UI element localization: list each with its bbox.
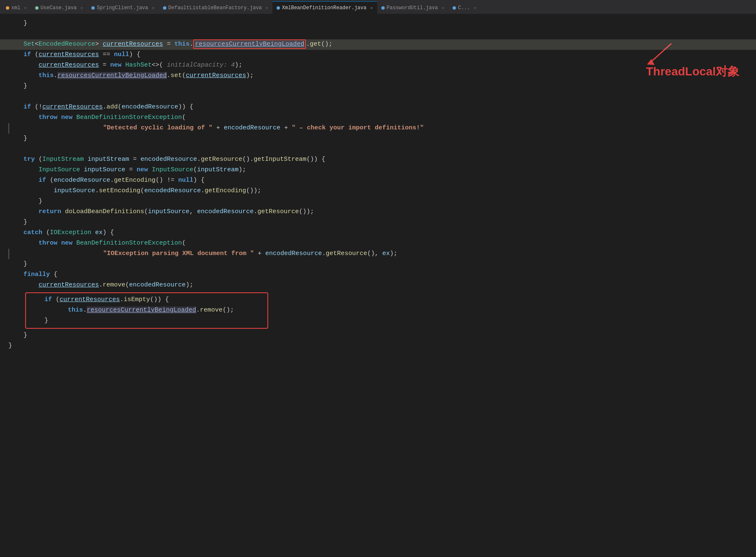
code-line-if-add: if (!currentResources.add(encodedResourc…	[0, 102, 756, 113]
code-line-close-if-isempty: }	[29, 316, 262, 326]
tab-usecase-close[interactable]: ✕	[80, 5, 83, 10]
code-text-set: Set<EncodedResource> currentResources = …	[8, 39, 332, 49]
code-line-close-if-null: }	[0, 81, 756, 92]
code-line-if-null: if (currentResources == null) {	[0, 50, 756, 60]
tab-usecase[interactable]: UseCase.java ✕	[31, 1, 87, 14]
code-line-close-method: }	[0, 341, 756, 351]
code-line-set: Set<EncodedResource> currentResources = …	[0, 39, 756, 50]
tab-xmlbeandefinitionreader-close[interactable]: ✕	[370, 5, 373, 10]
tab-xml-label: xml	[11, 5, 21, 11]
empty-line-2	[0, 92, 756, 102]
code-line-set-loaded: this.resourcesCurrentlyBeingLoaded.set(c…	[0, 71, 756, 81]
tab-xmlbeandefinitionreader-label: XmlBeanDefinitionReader.java	[282, 5, 367, 11]
code-line-if-encoding: if (encodedResource.getEncoding() != nul…	[0, 175, 756, 186]
tab-more[interactable]: C... ✕	[448, 1, 481, 14]
tab-defaultlistable-close[interactable]: ✕	[266, 5, 268, 10]
tab-xmlbeandefinitionreader[interactable]: XmlBeanDefinitionReader.java ✕	[272, 1, 377, 14]
code-line-close-try: }	[0, 217, 756, 228]
code-line-throw2: throw new BeanDefinitionStoreException(	[0, 238, 756, 249]
code-line-setencoding: inputSource.setEncoding(encodedResource.…	[0, 186, 756, 196]
tab-defaultlistable[interactable]: DefaultListableBeanFactory.java ✕	[159, 1, 272, 14]
code-line-try: try (InputStream inputStream = encodedRe…	[0, 155, 756, 165]
tab-passwordutil-label: PasswordUtil.java	[387, 5, 438, 11]
code-line-close-catch: }	[0, 259, 756, 270]
tab-bar: xml ✕ UseCase.java ✕ SpringClient.java ✕…	[0, 0, 756, 14]
code-line-remove: currentResources.remove(encodedResource)…	[0, 280, 756, 291]
code-line-inputsource: InputSource inputSource = new InputSourc…	[0, 165, 756, 175]
tab-springclient-close[interactable]: ✕	[152, 5, 155, 10]
empty-line-1	[0, 29, 756, 39]
code-line-return: return doLoadBeanDefinitions(inputSource…	[0, 207, 756, 217]
tab-xml-close[interactable]: ✕	[24, 5, 27, 10]
code-line-close-finally: }	[0, 330, 756, 341]
code-area: ThreadLocal对象 } Set<EncodedResource> cur…	[0, 14, 756, 557]
tab-xml[interactable]: xml ✕	[2, 1, 31, 14]
code-line-close-if-encoding: }	[0, 196, 756, 207]
tab-springclient-label: SpringClient.java	[97, 5, 148, 11]
tab-passwordutil[interactable]: PasswordUtil.java ✕	[377, 1, 448, 14]
code-line-throw1-msg: "Detected cyclic loading of " + encodedR…	[8, 123, 756, 134]
tab-more-label: C...	[458, 5, 470, 11]
tab-usecase-label: UseCase.java	[41, 5, 77, 11]
tab-defaultlistable-label: DefaultListableBeanFactory.java	[168, 5, 262, 11]
code-line-1: }	[0, 18, 756, 29]
code-text-1: }	[8, 18, 27, 28]
code-line-throw2-msg: "IOException parsing XML document from "…	[8, 249, 756, 259]
tab-passwordutil-close[interactable]: ✕	[442, 5, 444, 10]
empty-line-3	[0, 144, 756, 155]
code-line-if-isempty: if (currentResources.isEmpty()) {	[29, 295, 262, 305]
tab-more-close[interactable]: ✕	[474, 5, 476, 10]
code-line-new-hashset: currentResources = new HashSet<>( initia…	[0, 60, 756, 71]
code-line-finally: finally {	[0, 270, 756, 280]
tab-springclient[interactable]: SpringClient.java ✕	[87, 1, 158, 14]
code-line-throw1: throw new BeanDefinitionStoreException(	[0, 113, 756, 123]
red-outline-block: if (currentResources.isEmpty()) { this.r…	[25, 292, 277, 329]
code-line-close-if-add: }	[0, 134, 756, 144]
code-line-remove-loaded: this.resourcesCurrentlyBeingLoaded.remov…	[29, 305, 262, 316]
code-line-catch: catch (IOException ex) {	[0, 228, 756, 238]
